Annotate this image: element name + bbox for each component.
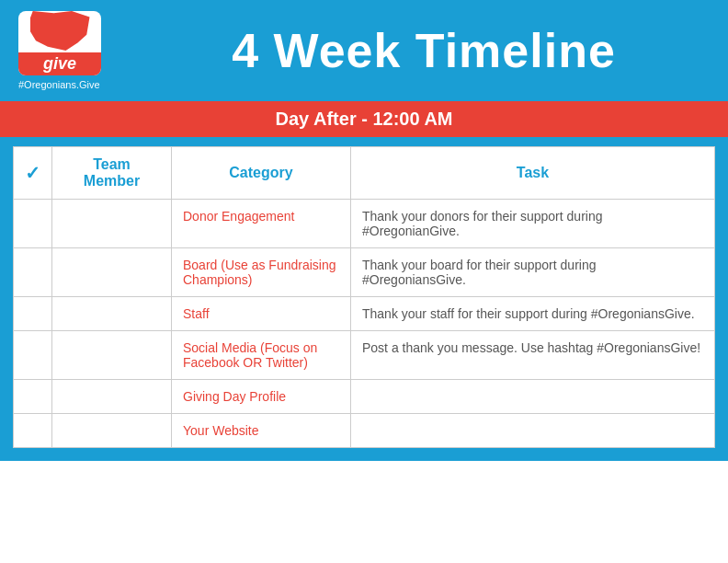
- cell-task: Post a thank you message. Use hashtag #O…: [351, 331, 715, 380]
- table-row: Donor EngagementThank your donors for th…: [14, 200, 715, 248]
- col-task: Task: [351, 147, 715, 200]
- table-container: ✓ Team Member Category Task Donor Engage…: [0, 137, 728, 461]
- table-row: Board (Use as Fundraising Champions)Than…: [14, 248, 715, 297]
- cell-team-member: [52, 380, 172, 414]
- cell-check[interactable]: [14, 248, 52, 297]
- table-row: Social Media (Focus on Facebook OR Twitt…: [14, 331, 715, 380]
- cell-team-member: [52, 331, 172, 380]
- cell-category: Staff: [172, 297, 351, 331]
- table-row: Your Website: [14, 414, 715, 448]
- cell-category: Board (Use as Fundraising Champions): [172, 248, 351, 297]
- sub-header: Day After - 12:00 AM: [0, 101, 728, 137]
- sub-header-label: Day After - 12:00 AM: [275, 109, 452, 129]
- cell-check[interactable]: [14, 380, 52, 414]
- cell-task: [351, 414, 715, 448]
- cell-check[interactable]: [14, 414, 52, 448]
- cell-category: Donor Engagement: [172, 200, 351, 248]
- cell-check[interactable]: [14, 297, 52, 331]
- col-category: Category: [172, 147, 351, 200]
- table-header-row: ✓ Team Member Category Task: [14, 147, 715, 200]
- cell-team-member: [52, 248, 172, 297]
- cell-category: Giving Day Profile: [172, 380, 351, 414]
- cell-check[interactable]: [14, 200, 52, 248]
- cell-team-member: [52, 414, 172, 448]
- logo-box: give: [18, 11, 101, 75]
- cell-task: Thank your donors for their support duri…: [351, 200, 715, 248]
- cell-task: Thank your board for their support durin…: [351, 248, 715, 297]
- cell-check[interactable]: [14, 331, 52, 380]
- logo-text: give: [18, 52, 101, 75]
- hashtag-text: #Oregonians.Give: [18, 79, 138, 90]
- cell-team-member: [52, 297, 172, 331]
- page-title: 4 Week Timeline: [138, 23, 710, 78]
- oregon-state-shape: [30, 11, 90, 51]
- cell-task: Thank your staff for their support durin…: [351, 297, 715, 331]
- cell-task: [351, 380, 715, 414]
- col-check: ✓: [14, 147, 52, 200]
- cell-category: Social Media (Focus on Facebook OR Twitt…: [172, 331, 351, 380]
- timeline-table: ✓ Team Member Category Task Donor Engage…: [13, 146, 715, 448]
- col-team-member: Team Member: [52, 147, 172, 200]
- table-row: StaffThank your staff for their support …: [14, 297, 715, 331]
- table-row: Giving Day Profile: [14, 380, 715, 414]
- logo-area: give #Oregonians.Give: [18, 11, 138, 90]
- cell-team-member: [52, 200, 172, 248]
- cell-category: Your Website: [172, 414, 351, 448]
- header: give #Oregonians.Give 4 Week Timeline: [0, 0, 728, 101]
